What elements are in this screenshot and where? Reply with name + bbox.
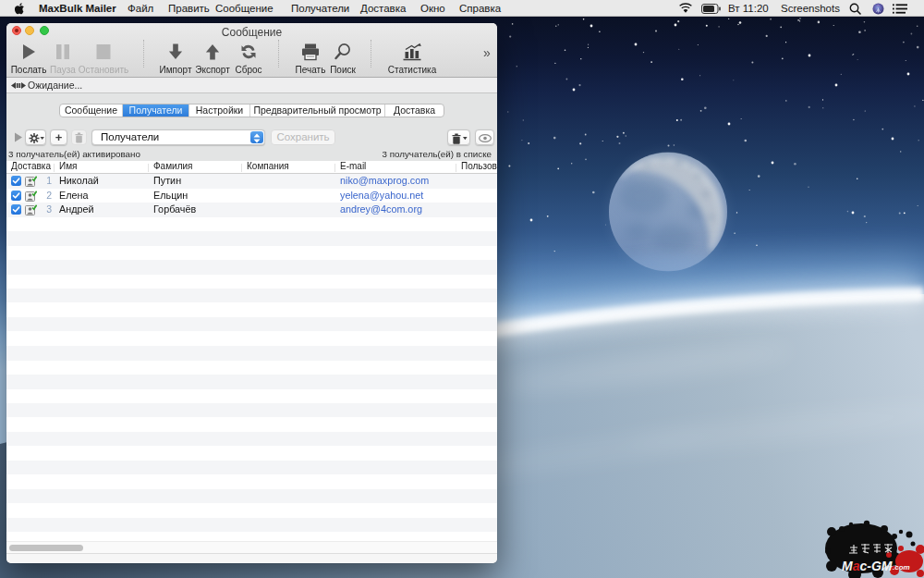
svg-text:Mac-GM: Mac-GM	[842, 559, 893, 573]
svg-text:.com: .com	[893, 563, 910, 572]
